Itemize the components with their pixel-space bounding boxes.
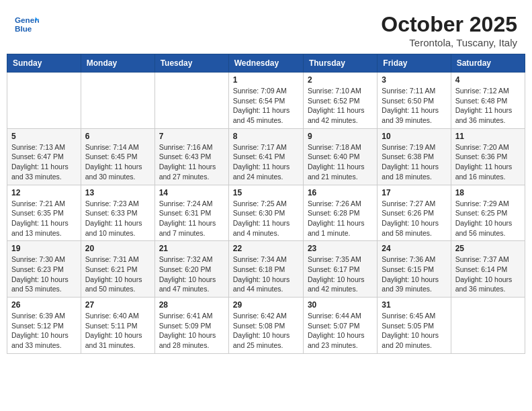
table-row: 9Sunrise: 7:18 AMSunset: 6:40 PMDaylight… [303,128,377,185]
table-row: 22Sunrise: 7:34 AMSunset: 6:18 PMDayligh… [228,241,303,298]
table-row: 7Sunrise: 7:16 AMSunset: 6:43 PMDaylight… [154,128,228,185]
day-number: 10 [382,132,446,141]
day-number: 30 [308,300,373,310]
day-number: 24 [382,244,446,253]
header-thursday: Thursday [303,54,377,73]
day-info: Sunrise: 7:21 AMSunset: 6:35 PMDaylight:… [11,199,77,238]
day-info: Sunrise: 7:13 AMSunset: 6:47 PMDaylight:… [11,142,77,182]
table-row: 27Sunrise: 6:40 AMSunset: 5:11 PMDayligh… [81,298,154,354]
table-row: 12Sunrise: 7:21 AMSunset: 6:35 PMDayligh… [7,185,81,241]
day-info: Sunrise: 7:31 AMSunset: 6:21 PMDaylight:… [85,255,150,294]
day-info: Sunrise: 7:16 AMSunset: 6:43 PMDaylight:… [159,142,224,182]
day-number: 16 [308,188,373,197]
table-row: 15Sunrise: 7:25 AMSunset: 6:30 PMDayligh… [228,185,303,241]
table-row: 3Sunrise: 7:11 AMSunset: 6:50 PMDaylight… [378,73,451,129]
table-row: 21Sunrise: 7:32 AMSunset: 6:20 PMDayligh… [154,241,228,298]
table-row: 29Sunrise: 6:42 AMSunset: 5:08 PMDayligh… [228,298,303,354]
table-row: 4Sunrise: 7:12 AMSunset: 6:48 PMDaylight… [451,73,525,129]
table-row: 2Sunrise: 7:10 AMSunset: 6:52 PMDaylight… [303,73,377,129]
table-row: 1Sunrise: 7:09 AMSunset: 6:54 PMDaylight… [228,73,303,129]
day-number: 19 [11,244,77,253]
day-info: Sunrise: 7:11 AMSunset: 6:50 PMDaylight:… [382,86,446,126]
table-row: 30Sunrise: 6:44 AMSunset: 5:07 PMDayligh… [303,298,377,354]
day-number: 21 [159,244,224,253]
page-header: General Blue October 2025 Terontola, Tus… [7,7,525,51]
table-row: 11Sunrise: 7:20 AMSunset: 6:36 PMDayligh… [451,128,525,185]
day-number: 3 [382,75,446,85]
day-info: Sunrise: 7:20 AMSunset: 6:36 PMDaylight:… [455,142,521,182]
calendar-week-5: 26Sunrise: 6:39 AMSunset: 5:12 PMDayligh… [7,298,525,354]
day-info: Sunrise: 7:17 AMSunset: 6:41 PMDaylight:… [233,142,299,182]
calendar-week-2: 5Sunrise: 7:13 AMSunset: 6:47 PMDaylight… [7,128,525,185]
table-row: 10Sunrise: 7:19 AMSunset: 6:38 PMDayligh… [378,128,451,185]
table-row: 23Sunrise: 7:35 AMSunset: 6:17 PMDayligh… [303,241,377,298]
day-number: 27 [85,300,150,310]
header-sunday: Sunday [7,54,81,73]
table-row: 19Sunrise: 7:30 AMSunset: 6:23 PMDayligh… [7,241,81,298]
header-monday: Monday [81,54,154,73]
day-number: 13 [85,188,150,197]
day-number: 26 [11,300,77,310]
table-row: 24Sunrise: 7:36 AMSunset: 6:15 PMDayligh… [378,241,451,298]
table-row [451,298,525,354]
header-friday: Friday [378,54,451,73]
day-number: 1 [233,75,299,85]
day-number: 28 [159,300,224,310]
day-number: 25 [455,244,521,253]
day-number: 18 [455,188,521,197]
day-info: Sunrise: 6:45 AMSunset: 5:05 PMDaylight:… [382,311,446,351]
day-info: Sunrise: 7:32 AMSunset: 6:20 PMDaylight:… [159,255,224,294]
page-subtitle: Terontola, Tuscany, Italy [381,37,517,48]
table-row: 14Sunrise: 7:24 AMSunset: 6:31 PMDayligh… [154,185,228,241]
day-info: Sunrise: 7:37 AMSunset: 6:14 PMDaylight:… [455,255,521,294]
day-number: 4 [455,75,521,85]
logo: General Blue [15,12,40,36]
day-info: Sunrise: 6:41 AMSunset: 5:09 PMDaylight:… [159,311,224,351]
day-info: Sunrise: 7:10 AMSunset: 6:52 PMDaylight:… [308,86,373,126]
table-row [154,73,228,129]
table-row: 28Sunrise: 6:41 AMSunset: 5:09 PMDayligh… [154,298,228,354]
header-wednesday: Wednesday [228,54,303,73]
table-row: 5Sunrise: 7:13 AMSunset: 6:47 PMDaylight… [7,128,81,185]
table-row: 17Sunrise: 7:27 AMSunset: 6:26 PMDayligh… [378,185,451,241]
table-row: 20Sunrise: 7:31 AMSunset: 6:21 PMDayligh… [81,241,154,298]
calendar-week-1: 1Sunrise: 7:09 AMSunset: 6:54 PMDaylight… [7,73,525,129]
table-row: 25Sunrise: 7:37 AMSunset: 6:14 PMDayligh… [451,241,525,298]
table-row: 13Sunrise: 7:23 AMSunset: 6:33 PMDayligh… [81,185,154,241]
day-number: 6 [85,132,150,141]
logo-icon: General Blue [15,12,39,36]
day-info: Sunrise: 6:44 AMSunset: 5:07 PMDaylight:… [308,311,373,351]
calendar-table: Sunday Monday Tuesday Wednesday Thursday… [7,54,525,354]
table-row [7,73,81,129]
calendar-week-3: 12Sunrise: 7:21 AMSunset: 6:35 PMDayligh… [7,185,525,241]
day-number: 11 [455,132,521,141]
day-info: Sunrise: 7:26 AMSunset: 6:28 PMDaylight:… [308,199,373,238]
day-info: Sunrise: 6:42 AMSunset: 5:08 PMDaylight:… [233,311,299,351]
table-row: 6Sunrise: 7:14 AMSunset: 6:45 PMDaylight… [81,128,154,185]
header-saturday: Saturday [451,54,525,73]
calendar-week-4: 19Sunrise: 7:30 AMSunset: 6:23 PMDayligh… [7,241,525,298]
day-info: Sunrise: 7:27 AMSunset: 6:26 PMDaylight:… [382,199,446,238]
svg-text:Blue: Blue [15,24,32,33]
day-info: Sunrise: 7:29 AMSunset: 6:25 PMDaylight:… [455,199,521,238]
table-row: 26Sunrise: 6:39 AMSunset: 5:12 PMDayligh… [7,298,81,354]
day-info: Sunrise: 6:40 AMSunset: 5:11 PMDaylight:… [85,311,150,351]
calendar-header-row: Sunday Monday Tuesday Wednesday Thursday… [7,54,525,73]
day-number: 15 [233,188,299,197]
day-info: Sunrise: 7:14 AMSunset: 6:45 PMDaylight:… [85,142,150,182]
day-number: 14 [159,188,224,197]
day-info: Sunrise: 7:23 AMSunset: 6:33 PMDaylight:… [85,199,150,238]
day-number: 8 [233,132,299,141]
day-number: 20 [85,244,150,253]
day-number: 5 [11,132,77,141]
day-info: Sunrise: 7:36 AMSunset: 6:15 PMDaylight:… [382,255,446,294]
day-number: 9 [308,132,373,141]
day-number: 7 [159,132,224,141]
day-info: Sunrise: 7:35 AMSunset: 6:17 PMDaylight:… [308,255,373,294]
day-number: 31 [382,300,446,310]
day-info: Sunrise: 7:09 AMSunset: 6:54 PMDaylight:… [233,86,299,126]
day-number: 17 [382,188,446,197]
table-row: 31Sunrise: 6:45 AMSunset: 5:05 PMDayligh… [378,298,451,354]
day-info: Sunrise: 7:25 AMSunset: 6:30 PMDaylight:… [233,199,299,238]
table-row: 18Sunrise: 7:29 AMSunset: 6:25 PMDayligh… [451,185,525,241]
